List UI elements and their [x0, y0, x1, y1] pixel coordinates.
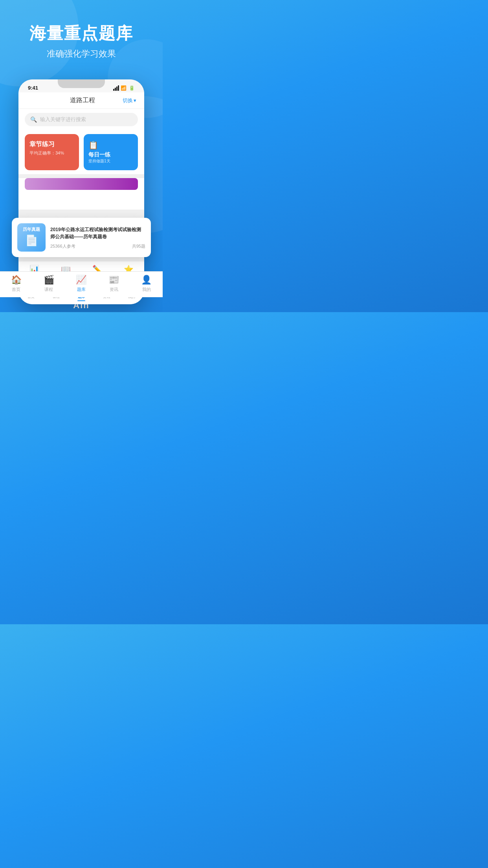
phone-notch — [58, 79, 105, 88]
daily-card-icon: 📋 — [88, 140, 98, 150]
status-time: 9:41 — [28, 85, 38, 91]
active-indicator — [77, 300, 85, 301]
nav-course-label: 课程 — [44, 287, 53, 292]
nav-item-news[interactable]: 📰 资讯 — [108, 275, 119, 292]
daily-card-title: 每日一练 — [88, 151, 110, 158]
daily-card[interactable]: 📋 每日一练 坚持做题1天 — [84, 134, 138, 170]
nav-item-course[interactable]: 🎬 课程 — [44, 275, 54, 292]
floating-total: 共95题 — [132, 243, 145, 249]
daily-card-sub: 坚持做题1天 — [88, 158, 110, 164]
chapter-card-sub: 平均正确率：34% — [29, 150, 74, 156]
nav-home-icon: 🏠 — [11, 275, 22, 285]
search-bar: 🔍 输入关键字进行搜索 — [18, 109, 144, 130]
spacer — [18, 178, 144, 210]
nav-quiz-icon: 📈 — [76, 275, 86, 285]
nav-item-home[interactable]: 🏠 首页 — [11, 275, 22, 292]
floating-thumb-label: 历年真题 — [23, 226, 40, 232]
nav-item-mine[interactable]: 👤 我的 — [141, 275, 152, 292]
status-icons: 📶 🔋 — [113, 85, 135, 91]
phone-mockup: 9:41 📶 🔋 道路工程 切换 ▾ — [18, 79, 144, 304]
nav-news-icon: 📰 — [108, 275, 119, 285]
wifi-icon: 📶 — [121, 85, 127, 91]
floating-info: 2019年公路水运工程试验检测考试试验检测师公共基础——历年真题卷 25366人… — [50, 226, 145, 249]
chevron-down-icon: ▾ — [134, 97, 136, 103]
app-title: 道路工程 — [70, 96, 95, 105]
nav-news-label: 资讯 — [110, 287, 118, 292]
nav-mine-icon: 👤 — [141, 275, 152, 285]
floating-participants: 25366人参考 — [50, 243, 75, 249]
nav-home-label: 首页 — [12, 287, 20, 292]
nav-quiz-label: 题库 — [77, 287, 86, 292]
floating-meta: 25366人参考 共95题 — [50, 243, 145, 249]
nav-item-quiz[interactable]: 📈 题库 — [76, 275, 86, 292]
nav-mine-label: 我的 — [142, 287, 151, 292]
floating-card[interactable]: 历年真题 📄 2019年公路水运工程试验检测考试试验检测师公共基础——历年真题卷… — [12, 218, 151, 257]
purple-banner — [25, 178, 138, 190]
chapter-card[interactable]: 章节练习 平均正确率：34% — [25, 134, 79, 170]
floating-thumb-doc-icon: 📄 — [25, 234, 39, 247]
nav-course-icon: 🎬 — [44, 275, 54, 285]
search-icon: 🔍 — [30, 116, 37, 123]
hero-section: 海量重点题库 准确强化学习效果 — [0, 0, 163, 79]
floating-thumb: 历年真题 📄 — [17, 223, 46, 252]
app-navbar: 道路工程 切换 ▾ — [18, 92, 144, 109]
search-placeholder-text: 输入关键字进行搜索 — [40, 116, 86, 123]
hero-title: 海量重点题库 — [8, 24, 155, 43]
signal-icon — [113, 85, 119, 91]
cards-row: 章节练习 平均正确率：34% 📋 每日一练 坚持做题1天 — [18, 130, 144, 174]
switch-button[interactable]: 切换 ▾ — [123, 97, 136, 104]
search-input-wrap[interactable]: 🔍 输入关键字进行搜索 — [25, 113, 138, 126]
app-bottom-nav: 🏠 首页 🎬 课程 📈 题库 📰 资讯 👤 我的 — [0, 271, 163, 297]
hero-subtitle: 准确强化学习效果 — [8, 48, 155, 60]
floating-title: 2019年公路水运工程试验检测考试试验检测师公共基础——历年真题卷 — [50, 226, 145, 240]
chapter-card-title: 章节练习 — [29, 140, 74, 149]
phone-mockup-container: 9:41 📶 🔋 道路工程 切换 ▾ — [0, 79, 163, 304]
battery-icon: 🔋 — [129, 85, 135, 91]
